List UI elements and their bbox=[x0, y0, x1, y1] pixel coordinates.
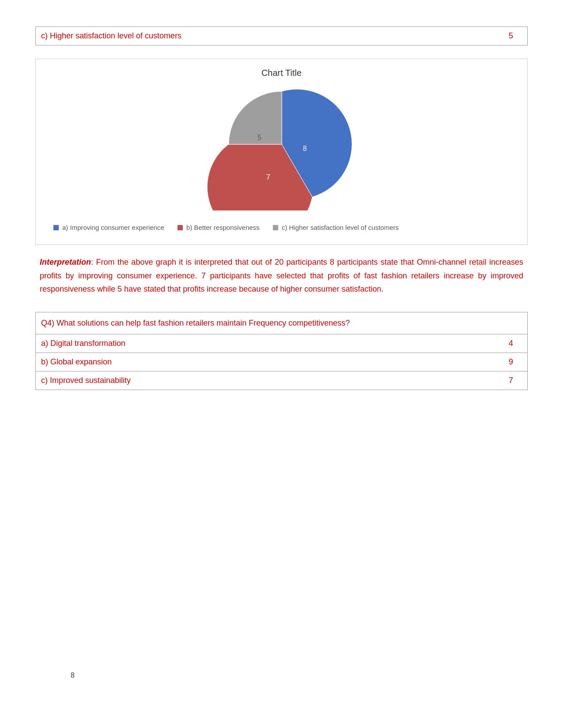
legend-label-a: a) Improving consumer experience bbox=[62, 224, 164, 231]
page-number: 8 bbox=[71, 672, 75, 679]
q4-option-b-label: b) Global expansion bbox=[41, 357, 504, 367]
legend-item-c: c) Higher satisfaction level of customer… bbox=[273, 224, 399, 231]
q3-option-c-label: c) Higher satisfaction level of customer… bbox=[41, 31, 504, 41]
legend-item-a: a) Improving consumer experience bbox=[53, 224, 164, 231]
chart-container: Chart Title bbox=[35, 59, 528, 245]
label-a: 8 bbox=[303, 145, 307, 152]
q4-option-a-label: a) Digital transformation bbox=[41, 339, 504, 348]
segment-c bbox=[229, 91, 282, 144]
q3-table-row: c) Higher satisfaction level of customer… bbox=[35, 26, 528, 45]
q4-header-row: Q4) What solutions can help fast fashion… bbox=[36, 312, 527, 334]
q3-option-c-value: 5 bbox=[504, 31, 522, 41]
label-c: 5 bbox=[257, 134, 261, 141]
interpretation-paragraph: Interpretation: From the above graph it … bbox=[35, 255, 528, 296]
label-b: 7 bbox=[266, 173, 270, 181]
q4-option-c-value: 7 bbox=[504, 376, 522, 385]
legend-label-b: b) Better responsiveness bbox=[186, 224, 260, 231]
chart-title: Chart Title bbox=[45, 68, 518, 78]
legend-item-b: b) Better responsiveness bbox=[178, 224, 260, 231]
interpretation-text: : From the above graph it is interpreted… bbox=[40, 258, 523, 293]
q3-option-c-row: c) Higher satisfaction level of customer… bbox=[36, 27, 527, 45]
q4-option-a-value: 4 bbox=[504, 339, 522, 348]
pie-chart-area: 8 7 5 bbox=[45, 87, 518, 210]
q4-question-label: Q4) What solutions can help fast fashion… bbox=[36, 312, 527, 334]
page-wrapper: c) Higher satisfaction level of customer… bbox=[35, 26, 528, 702]
q4-option-b-row: b) Global expansion 9 bbox=[36, 353, 527, 372]
q4-table: Q4) What solutions can help fast fashion… bbox=[35, 312, 528, 390]
legend-dot-c bbox=[273, 225, 278, 230]
legend-dot-b bbox=[178, 225, 183, 230]
legend-dot-a bbox=[53, 225, 59, 230]
chart-legend: a) Improving consumer experience b) Bett… bbox=[45, 219, 518, 236]
q4-option-c-label: c) Improved sustainability bbox=[41, 376, 504, 385]
interpretation-bold-label: Interpretation bbox=[40, 258, 91, 266]
pie-chart-svg: 8 7 5 bbox=[189, 87, 374, 210]
q4-option-b-value: 9 bbox=[504, 357, 522, 367]
legend-label-c: c) Higher satisfaction level of customer… bbox=[282, 224, 399, 231]
q4-option-c-row: c) Improved sustainability 7 bbox=[36, 372, 527, 390]
q4-option-a-row: a) Digital transformation 4 bbox=[36, 334, 527, 353]
